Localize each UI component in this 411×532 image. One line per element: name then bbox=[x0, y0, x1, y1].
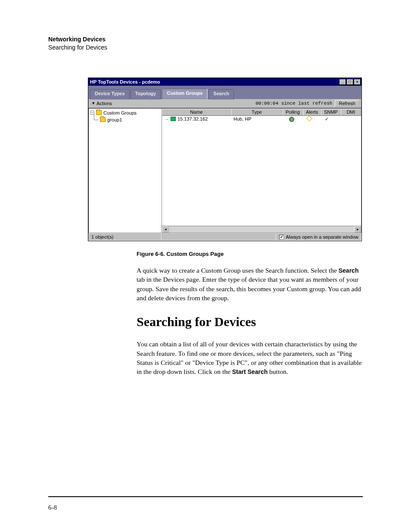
paragraph-2: You can obtain a list of all of your dev… bbox=[137, 339, 363, 376]
statusbar: 1 object(s) ✔ Always open in a separate … bbox=[88, 233, 361, 241]
toolbar: ▾ Actions 00:00:04 since last refresh Re… bbox=[88, 99, 361, 108]
col-polling[interactable]: Polling bbox=[283, 109, 303, 115]
status-spacer bbox=[162, 233, 276, 241]
section-heading: Searching for Devices bbox=[137, 314, 363, 329]
list-pane: Name Type Polling Alerts SNMP DMI → 15.1… bbox=[162, 109, 361, 233]
folder-icon bbox=[100, 117, 106, 122]
col-dmi[interactable]: DMI bbox=[341, 109, 361, 115]
tabs-row: Device Types Topology Custom Groups Sear… bbox=[88, 86, 361, 99]
tree-root-label: Custom Groups bbox=[103, 109, 137, 116]
tree-child-row[interactable]: group1 bbox=[90, 116, 160, 123]
tree-pane[interactable]: − Custom Groups group1 bbox=[89, 109, 162, 233]
col-alerts[interactable]: Alerts bbox=[303, 109, 321, 115]
tab-topology[interactable]: Topology bbox=[131, 89, 161, 100]
refresh-button[interactable]: Refresh bbox=[335, 100, 359, 107]
window-title: HP TopTools Devices - pcdemo bbox=[90, 79, 339, 84]
header-section: Searching for Devices bbox=[48, 44, 363, 52]
scroll-left-button[interactable]: ◂ bbox=[162, 226, 169, 233]
status-checkbox-label: Always open in a separate window bbox=[286, 234, 358, 240]
paragraph-1: A quick way to create a Custom Group use… bbox=[137, 266, 363, 303]
table-row[interactable]: → 15.137.32.162 Hub, HP ? ✓ bbox=[162, 116, 361, 122]
arrow-icon: → bbox=[165, 117, 169, 121]
tree-child-label: group1 bbox=[107, 116, 122, 123]
figure-caption: Figure 6-6. Custom Groups Page bbox=[137, 251, 363, 257]
tab-device-types[interactable]: Device Types bbox=[90, 89, 130, 100]
status-object-count: 1 object(s) bbox=[88, 233, 162, 241]
maximize-button[interactable]: □ bbox=[346, 79, 353, 85]
row-dmi bbox=[335, 116, 361, 122]
horizontal-scrollbar[interactable]: ◂ ▸ bbox=[162, 226, 361, 233]
triangle-down-icon: ▾ bbox=[92, 100, 95, 106]
row-snmp: ✓ bbox=[318, 116, 335, 122]
scroll-track[interactable] bbox=[169, 226, 354, 233]
tab-search[interactable]: Search bbox=[209, 89, 234, 100]
tab-custom-groups[interactable]: Custom Groups bbox=[162, 88, 208, 99]
tree-root-row[interactable]: − Custom Groups bbox=[90, 109, 160, 116]
actions-dropdown[interactable]: ▾ Actions bbox=[90, 100, 114, 106]
device-icon bbox=[171, 117, 176, 121]
minimize-button[interactable]: _ bbox=[339, 79, 346, 85]
checkbox-icon[interactable]: ✔ bbox=[279, 235, 284, 240]
col-type[interactable]: Type bbox=[231, 109, 283, 115]
header-chapter: Networking Devices bbox=[48, 35, 363, 44]
screenshot-window: HP TopTools Devices - pcdemo _ □ × Devic… bbox=[88, 78, 362, 241]
footer-rule bbox=[48, 496, 363, 497]
alert-status-icon bbox=[306, 115, 312, 121]
status-checkbox-cell[interactable]: ✔ Always open in a separate window bbox=[276, 233, 361, 241]
close-button[interactable]: × bbox=[354, 79, 361, 85]
actions-label: Actions bbox=[97, 101, 112, 106]
titlebar[interactable]: HP TopTools Devices - pcdemo _ □ × bbox=[88, 78, 361, 86]
scroll-right-button[interactable]: ▸ bbox=[354, 226, 361, 233]
folder-icon bbox=[96, 110, 102, 115]
row-type: Hub, HP bbox=[231, 116, 283, 122]
refresh-timer: 00:00:04 since last refresh bbox=[255, 101, 332, 106]
row-name: 15.137.32.162 bbox=[177, 116, 208, 121]
running-header: Networking Devices Searching for Devices bbox=[48, 35, 363, 52]
polling-status-icon: ? bbox=[289, 117, 294, 122]
columns-header: Name Type Polling Alerts SNMP DMI bbox=[162, 109, 361, 116]
col-snmp[interactable]: SNMP bbox=[321, 109, 341, 115]
col-name[interactable]: Name bbox=[162, 109, 231, 115]
page-number: 6-8 bbox=[48, 504, 57, 511]
